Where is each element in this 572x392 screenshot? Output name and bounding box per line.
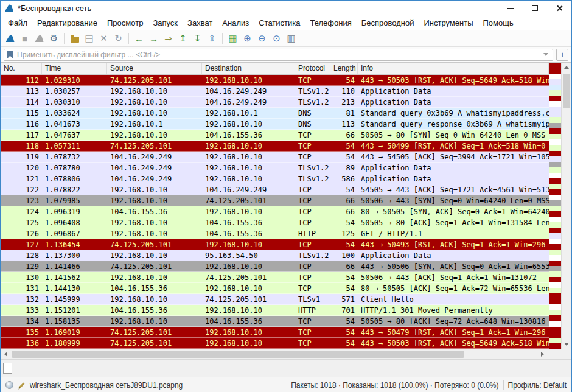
start-capture-icon[interactable] (3, 32, 17, 45)
zoom-reset-icon[interactable]: ⊙ (270, 32, 284, 45)
menu-help[interactable]: Помощь (478, 16, 518, 29)
menu-analyze[interactable]: Анализ (217, 16, 254, 29)
capture-options-icon[interactable]: ⚙ (47, 32, 61, 45)
capture-comment-icon[interactable] (18, 381, 26, 389)
maximize-button[interactable] (523, 1, 547, 15)
packet-length: 54 (330, 317, 358, 326)
menu-tools[interactable]: Инструменты (419, 16, 478, 29)
column-header-length[interactable]: Length (330, 63, 358, 74)
packet-row[interactable]: 1151.033624192.168.10.10192.168.10.1DNS8… (1, 108, 549, 119)
packet-row[interactable]: 1251.096408192.168.10.10104.16.155.36TCP… (1, 217, 549, 228)
packet-row[interactable]: 1171.047637192.168.10.10104.16.155.36TCP… (1, 130, 549, 141)
go-back-icon[interactable]: ← (132, 32, 146, 45)
packet-row[interactable]: 1201.078780104.16.249.249192.168.10.10TL… (1, 163, 549, 173)
stop-capture-icon[interactable]: ■ (18, 32, 32, 45)
resize-columns-icon[interactable]: ▥ (284, 32, 298, 45)
packet-destination: 95.163.54.50 (202, 251, 295, 260)
filter-dropdown-icon[interactable] (543, 53, 548, 56)
packet-destination: 74.125.205.101 (202, 197, 295, 205)
packet-length: 213 (330, 98, 358, 107)
menu-edit[interactable]: Редактирование (32, 16, 102, 29)
horizontal-scrollbar[interactable] (1, 349, 548, 359)
packet-row[interactable]: 1311.144130104.16.155.36192.168.10.10TCP… (1, 283, 549, 294)
packet-row[interactable]: 1221.078822192.168.10.10104.16.249.249TC… (1, 184, 549, 195)
packet-row[interactable]: 1271.13645474.125.205.101192.168.10.10TC… (1, 239, 549, 250)
packet-info: Standard query 0x3b69 A whatismyipaddres… (358, 109, 549, 117)
go-forward-icon[interactable]: → (147, 32, 161, 45)
packet-destination: 192.168.10.10 (202, 120, 295, 128)
column-header-no[interactable]: No. (1, 63, 42, 74)
vertical-scroll-thumb[interactable] (563, 74, 570, 108)
packet-row[interactable]: 1181.05731174.125.205.101192.168.10.10TC… (1, 141, 549, 152)
packet-row[interactable]: 1231.079985192.168.10.1074.125.205.101TC… (1, 195, 549, 206)
scroll-left-arrow[interactable] (1, 349, 11, 359)
packet-row[interactable]: 1321.145999192.168.10.1074.125.205.101TL… (1, 294, 549, 305)
display-filter-input[interactable] (16, 50, 540, 60)
minimize-button[interactable] (498, 1, 523, 15)
filter-bookmark-icon[interactable] (7, 51, 13, 58)
packet-row[interactable]: 1131.030257192.168.10.10104.16.249.249TL… (1, 86, 549, 97)
packet-row[interactable]: 1261.096867192.168.10.10104.16.155.36HTT… (1, 228, 549, 239)
packet-length: 54 (330, 328, 358, 337)
column-header-destination[interactable]: Destination (202, 63, 295, 74)
go-to-packet-icon[interactable]: ⇒ (161, 32, 175, 45)
add-filter-button[interactable]: + (556, 49, 568, 61)
packet-row[interactable]: 1301.141562192.168.10.1074.125.205.101TC… (1, 272, 549, 283)
zoom-out-icon[interactable]: ⊖ (255, 32, 269, 45)
column-header-time[interactable]: Time (42, 63, 107, 74)
save-file-icon[interactable]: ▤ (82, 32, 96, 45)
packet-row[interactable]: 1141.030310192.168.10.10104.16.249.249TL… (1, 97, 549, 108)
window-controls (498, 1, 571, 15)
packet-source: 104.16.249.249 (107, 153, 202, 161)
packet-source: 192.168.10.10 (107, 273, 202, 282)
menu-view[interactable]: Просмотр (102, 16, 148, 29)
menu-telephony[interactable]: Телефония (305, 16, 356, 29)
menu-wireless[interactable]: Беспроводной (357, 16, 419, 29)
packet-row[interactable]: 1241.096319104.16.155.36192.168.10.10TCP… (1, 206, 549, 217)
column-header-info[interactable]: Info (358, 63, 549, 74)
packet-row[interactable]: 1341.158135192.168.10.10104.16.155.36TCP… (1, 316, 549, 327)
menu-statistics[interactable]: Статистика (254, 16, 305, 29)
profile-indicator[interactable]: Профиль: Default (508, 381, 567, 390)
open-file-icon[interactable] (68, 32, 82, 45)
go-bottom-icon[interactable]: ↧ (190, 32, 204, 45)
expert-info-icon[interactable] (5, 381, 13, 389)
minimap-stripe (549, 68, 561, 74)
packet-source: 74.125.205.101 (107, 142, 202, 150)
packet-no: 129 (1, 262, 42, 271)
vertical-scrollbar[interactable] (561, 63, 571, 349)
menu-file[interactable]: Файл (3, 16, 32, 29)
packet-row[interactable]: 1121.02931074.125.205.101192.168.10.10TC… (1, 75, 549, 86)
packet-row[interactable]: 1161.041673192.168.10.1192.168.10.10DNS1… (1, 119, 549, 130)
go-top-icon[interactable]: ↥ (176, 32, 190, 45)
scroll-down-arrow[interactable] (562, 340, 571, 349)
intelligent-scrollbar-map[interactable] (549, 63, 561, 349)
zoom-in-icon[interactable]: ⊕ (240, 32, 254, 45)
colorize-icon[interactable]: ▦ (226, 32, 240, 45)
packet-row[interactable]: 1351.16901974.125.205.101192.168.10.10TC… (1, 327, 549, 338)
packet-row[interactable]: 1331.151201104.16.155.36192.168.10.10HTT… (1, 305, 549, 316)
reload-file-icon[interactable]: ↻ (111, 32, 125, 45)
column-header-source[interactable]: Source (107, 63, 202, 74)
menu-go[interactable]: Запуск (148, 16, 183, 29)
horizontal-scroll-track[interactable] (11, 349, 537, 359)
auto-scroll-icon[interactable]: ⇳ (205, 32, 219, 45)
vertical-scroll-track[interactable] (562, 72, 571, 340)
packet-row[interactable]: 1291.14146674.125.205.101192.168.10.10TC… (1, 261, 549, 272)
packet-no: 114 (1, 98, 42, 107)
splitter-handle[interactable] (3, 363, 12, 374)
packet-row[interactable]: 1281.137300192.168.10.1095.163.54.50TLSv… (1, 250, 549, 261)
menu-capture[interactable]: Захват (183, 16, 217, 29)
close-button[interactable] (547, 1, 571, 15)
packet-row[interactable]: 1211.078806104.16.249.249192.168.10.10TL… (1, 173, 549, 184)
scroll-up-arrow[interactable] (562, 63, 571, 72)
close-file-icon[interactable]: ✕ (97, 32, 111, 45)
column-header-protocol[interactable]: Protocol (295, 63, 330, 74)
horizontal-scroll-thumb[interactable] (12, 351, 464, 358)
packet-row[interactable]: 1361.18099974.125.205.101192.168.10.10TC… (1, 338, 549, 349)
minimap-stripe (549, 293, 561, 299)
packet-row[interactable]: 1191.078732104.16.249.249192.168.10.10TC… (1, 152, 549, 163)
packet-time: 1.158135 (42, 317, 107, 326)
scroll-right-arrow[interactable] (537, 349, 548, 359)
restart-capture-icon[interactable] (32, 32, 46, 45)
